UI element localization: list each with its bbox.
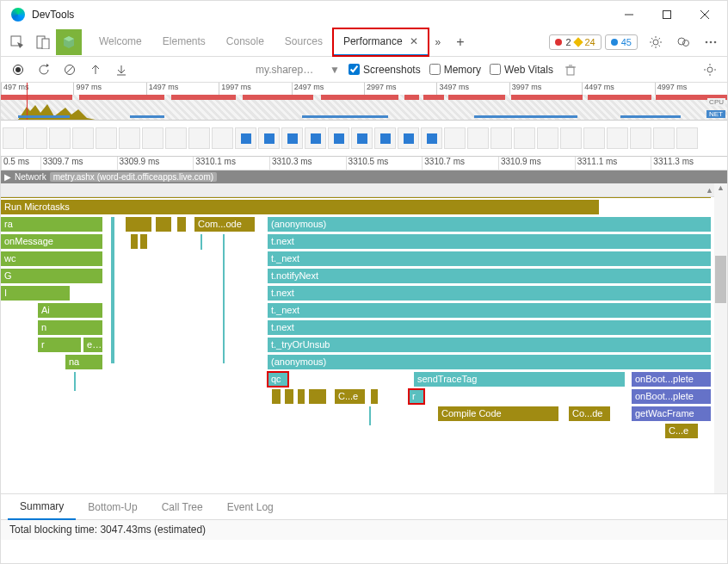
url-selector[interactable]: my.sharep… bbox=[252, 64, 321, 76]
upload-button[interactable] bbox=[87, 61, 104, 78]
device-icon[interactable] bbox=[30, 29, 56, 55]
maximize-button[interactable] bbox=[648, 1, 686, 28]
flame-t_next[interactable]: t._next bbox=[268, 251, 711, 266]
tab-bottom-up[interactable]: Bottom-Up bbox=[76, 494, 149, 520]
close-icon[interactable]: ✕ bbox=[410, 35, 418, 47]
error-icon bbox=[555, 39, 562, 46]
memory-checkbox[interactable]: Memory bbox=[429, 64, 481, 76]
trash-icon[interactable] bbox=[562, 61, 579, 78]
flame-anon2[interactable]: (anonymous) bbox=[268, 355, 711, 369]
warnings-count: 24 bbox=[585, 37, 595, 47]
flame-t_next2[interactable]: t._next bbox=[268, 303, 711, 318]
download-button[interactable] bbox=[113, 61, 130, 78]
tab-welcome[interactable]: Welcome bbox=[89, 28, 152, 56]
screenshots-row[interactable] bbox=[1, 121, 727, 157]
svg-line-12 bbox=[651, 38, 653, 40]
flame-tick: 3311.3 ms bbox=[651, 157, 727, 170]
inspect-icon[interactable] bbox=[4, 29, 30, 55]
reload-button[interactable] bbox=[35, 61, 52, 78]
flame-tick: 3310.1 ms bbox=[193, 157, 269, 170]
flame-tick: 3311.1 ms bbox=[575, 157, 651, 170]
toolbar-right-icons bbox=[643, 29, 724, 55]
edge-icon bbox=[11, 8, 25, 22]
overview-strip[interactable]: 497 ms 997 ms 1497 ms 1997 ms 2497 ms 29… bbox=[1, 83, 727, 121]
flame-wc[interactable]: wc bbox=[1, 251, 102, 266]
tab-event-log[interactable]: Event Log bbox=[215, 494, 286, 520]
close-button[interactable] bbox=[686, 1, 724, 28]
overview-tick: 1497 ms bbox=[146, 83, 219, 95]
flame-getWac[interactable]: getWacFrame bbox=[632, 406, 711, 421]
network-label: Network bbox=[15, 172, 46, 182]
overview-tick: 3497 ms bbox=[436, 83, 509, 95]
flame-anon[interactable]: (anonymous) bbox=[268, 217, 711, 232]
add-tab-button[interactable]: + bbox=[447, 34, 472, 50]
flame-ce2[interactable]: C...e bbox=[665, 424, 698, 438]
feedback-icon[interactable] bbox=[670, 29, 696, 55]
flame-onMessage[interactable]: onMessage bbox=[1, 234, 102, 249]
tab-console[interactable]: Console bbox=[216, 28, 275, 56]
flame-G[interactable]: G bbox=[1, 269, 102, 283]
tab-call-tree[interactable]: Call Tree bbox=[150, 494, 215, 520]
flame-qc[interactable]: qc bbox=[268, 372, 288, 387]
errors-warnings-badge[interactable]: 2 24 bbox=[549, 34, 601, 50]
minimize-button[interactable] bbox=[610, 1, 648, 28]
overview-tick: 997 ms bbox=[73, 83, 145, 95]
tab-performance-label: Performance bbox=[343, 35, 403, 47]
screenshots-checkbox[interactable]: Screenshots bbox=[349, 64, 421, 76]
svg-point-22 bbox=[15, 67, 21, 72]
tab-performance[interactable]: Performance✕ bbox=[333, 28, 429, 56]
flame-na[interactable]: na bbox=[65, 355, 102, 369]
flame-compile-code-short[interactable]: Com...ode bbox=[194, 217, 255, 232]
flame-onBoot2[interactable]: onBoot...plete bbox=[632, 389, 711, 404]
record-button[interactable] bbox=[9, 61, 27, 78]
flame-tick: 3310.9 ms bbox=[498, 157, 575, 170]
flame-chart[interactable]: Task ▲ Function Call Run Microtasks ra o… bbox=[1, 183, 727, 493]
svg-point-20 bbox=[714, 40, 717, 43]
flame-tnotify[interactable]: t.notifyNext bbox=[268, 269, 711, 283]
overview-tick: 2497 ms bbox=[292, 83, 364, 95]
tab-elements[interactable]: Elements bbox=[152, 28, 216, 56]
overview-tick: 2997 ms bbox=[364, 83, 436, 95]
clear-button[interactable] bbox=[61, 61, 78, 78]
svg-line-15 bbox=[651, 45, 653, 46]
flame-tnext[interactable]: t.next bbox=[268, 234, 711, 249]
flame-ttry[interactable]: t._tryOrUnsub bbox=[268, 338, 711, 352]
3d-icon[interactable] bbox=[56, 29, 82, 55]
net-label: NET bbox=[706, 110, 725, 118]
svg-point-17 bbox=[683, 40, 689, 46]
flame-n[interactable]: n bbox=[38, 320, 102, 335]
flame-tick: 0.5 ms bbox=[1, 157, 40, 170]
overview-tick: 1997 ms bbox=[219, 83, 291, 95]
gear-icon[interactable] bbox=[643, 29, 669, 55]
flame-code[interactable]: Co...de bbox=[569, 406, 610, 421]
flame-ce[interactable]: C...e bbox=[335, 389, 365, 404]
svg-line-14 bbox=[659, 38, 661, 40]
flame-tnext3[interactable]: t.next bbox=[268, 320, 711, 335]
tab-summary[interactable]: Summary bbox=[8, 494, 76, 520]
flame-onBoot1[interactable]: onBoot...plete bbox=[632, 372, 711, 387]
messages-badge[interactable]: 45 bbox=[605, 34, 638, 50]
svg-point-31 bbox=[707, 67, 713, 72]
run-microtasks-bar[interactable]: Run Microtasks bbox=[1, 200, 599, 214]
more-tabs-icon[interactable]: » bbox=[429, 36, 448, 48]
flame-compile[interactable]: Compile Code bbox=[438, 406, 558, 421]
main-toolbar: Welcome Elements Console Sources Perform… bbox=[1, 28, 727, 57]
svg-rect-28 bbox=[567, 67, 574, 75]
settings-icon[interactable] bbox=[701, 61, 719, 78]
svg-point-19 bbox=[710, 40, 713, 43]
flame-e[interactable]: e... bbox=[83, 338, 102, 352]
flame-sendTraceTag[interactable]: sendTraceTag bbox=[414, 372, 625, 387]
kebab-icon[interactable] bbox=[698, 29, 724, 55]
flame-ra[interactable]: ra bbox=[1, 217, 102, 232]
expand-icon[interactable]: ▶ bbox=[4, 172, 11, 182]
flame-tnext2[interactable]: t.next bbox=[268, 286, 711, 301]
tab-sources[interactable]: Sources bbox=[275, 28, 333, 56]
flame-r2[interactable]: r bbox=[38, 338, 81, 352]
vertical-scrollbar[interactable]: ▲ bbox=[714, 183, 727, 493]
details-tabs: Summary Bottom-Up Call Tree Event Log bbox=[1, 493, 727, 519]
flame-Ai[interactable]: Ai bbox=[38, 303, 102, 318]
network-row[interactable]: ▶ Network metry.ashx (word-edit.officeap… bbox=[1, 170, 727, 183]
flame-I[interactable]: I bbox=[1, 286, 70, 301]
webvitals-checkbox[interactable]: Web Vitals bbox=[490, 64, 553, 76]
flame-r[interactable]: r bbox=[409, 389, 424, 404]
